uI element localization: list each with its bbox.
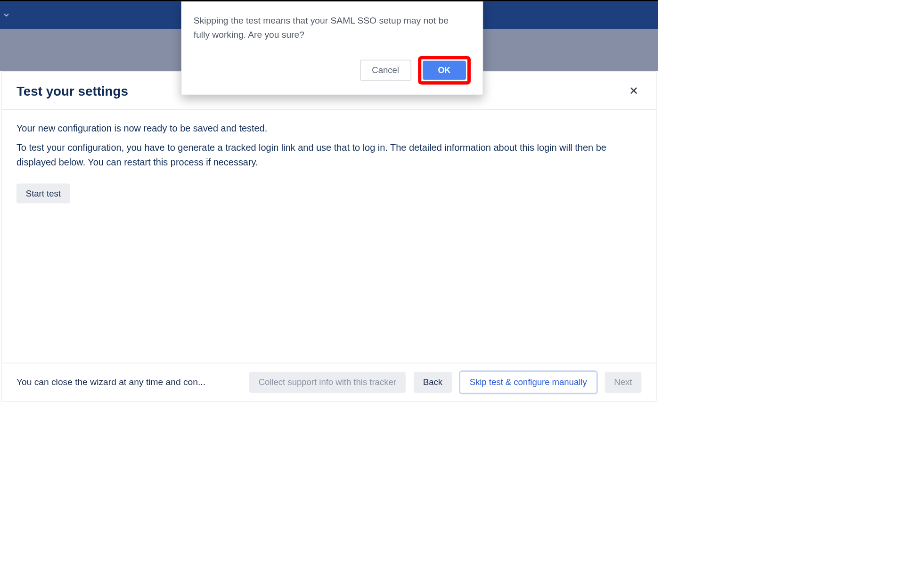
modal-actions: Cancel OK	[194, 56, 471, 85]
skip-test-button[interactable]: Skip test & configure manually	[460, 371, 597, 393]
panel-intro-line-1: Your new configuration is now ready to b…	[16, 121, 641, 136]
chevron-down-icon[interactable]	[1, 10, 11, 20]
next-button[interactable]: Next	[605, 372, 641, 393]
close-icon	[630, 86, 638, 96]
panel-footer: You can close the wizard at any time and…	[2, 363, 656, 402]
ok-button-highlight: OK	[418, 56, 471, 85]
back-button[interactable]: Back	[414, 372, 452, 393]
confirm-skip-modal: Skipping the test means that your SAML S…	[181, 1, 483, 95]
close-button[interactable]	[626, 83, 642, 99]
panel-title: Test your settings	[16, 84, 128, 98]
panel-body: Your new configuration is now ready to b…	[2, 110, 656, 363]
start-test-button[interactable]: Start test	[16, 184, 70, 204]
settings-panel: Test your settings Your new configuratio…	[1, 71, 657, 402]
collect-support-info-button[interactable]: Collect support info with this tracker	[249, 372, 406, 393]
ok-button[interactable]: OK	[423, 61, 466, 80]
modal-message: Skipping the test means that your SAML S…	[194, 14, 455, 42]
footer-hint: You can close the wizard at any time and…	[16, 377, 205, 387]
cancel-button[interactable]: Cancel	[360, 60, 411, 81]
panel-intro-line-2: To test your configuration, you have to …	[16, 140, 641, 170]
